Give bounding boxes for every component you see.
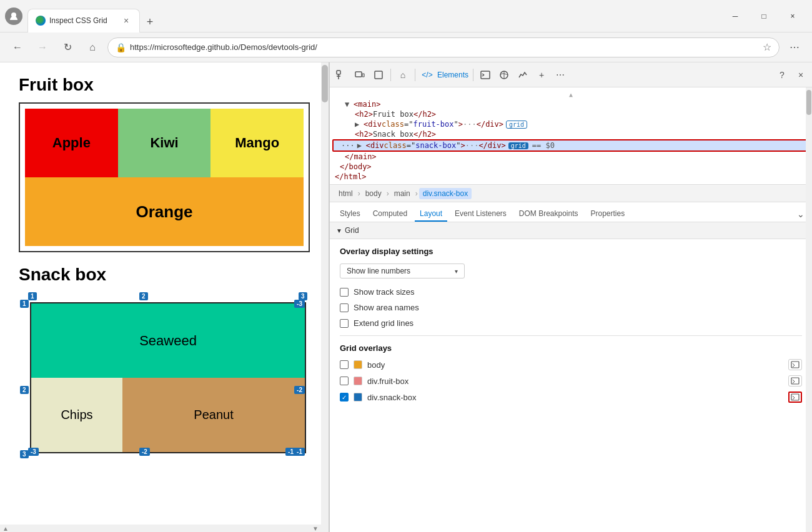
breadcrumb-body[interactable]: body xyxy=(362,188,385,199)
home-button[interactable]: ⌂ xyxy=(82,37,102,57)
show-track-sizes-checkbox[interactable] xyxy=(340,288,349,297)
show-track-sizes-row: Show track sizes xyxy=(340,287,802,297)
extend-grid-lines-checkbox[interactable] xyxy=(340,319,349,328)
show-area-names-checkbox[interactable] xyxy=(340,303,349,312)
breadcrumb-snack-box[interactable]: div.snack-box xyxy=(419,188,472,199)
body-overlay-checkbox[interactable] xyxy=(340,360,349,369)
grid-section-header[interactable]: ▼ Grid xyxy=(330,222,812,239)
navbar: ← → ↻ ⌂ 🔒 https://microsoftedge.github.i… xyxy=(0,32,812,62)
tab-title: Inspect CSS Grid xyxy=(49,16,107,25)
line-numbers-dropdown[interactable]: Show line numbers ▾ xyxy=(340,264,465,278)
more-tools-icon[interactable]: + xyxy=(533,66,550,84)
webpage-panel: Fruit box Apple Kiwi Mango Orange Snack … xyxy=(0,62,329,532)
tab-bar: Inspect CSS Grid × + xyxy=(27,0,160,32)
svg-rect-4 xyxy=(355,72,362,77)
profile-icon[interactable] xyxy=(5,7,22,25)
grid-num-c2-t: 2 xyxy=(139,292,148,300)
tree-line-div-snack[interactable]: ··· ▶ <div class="snack-box"> ··· </div>… xyxy=(334,140,808,150)
address-bar[interactable]: 🔒 https://microsoftedge.github.io/Demos/… xyxy=(107,37,780,57)
tab-styles[interactable]: Styles xyxy=(335,207,365,222)
show-track-sizes-label: Show track sizes xyxy=(354,287,415,297)
elements-label[interactable]: Elements xyxy=(437,71,468,79)
tree-line-html-close[interactable]: </html> xyxy=(330,172,812,182)
panel-tabs-more[interactable]: ⌄ xyxy=(795,207,807,222)
new-tab-button[interactable]: + xyxy=(140,12,160,32)
svg-line-9 xyxy=(482,75,484,76)
grid-num-c1-t: 1 xyxy=(28,292,37,300)
snack-box-grid-badge[interactable]: grid xyxy=(508,142,528,149)
tree-line-main-close[interactable]: </main> xyxy=(330,152,812,162)
chips-cell: Chips xyxy=(31,378,122,452)
inspect-element-icon[interactable] xyxy=(332,66,350,84)
kiwi-cell: Kiwi xyxy=(118,109,211,177)
snack-box-color-swatch[interactable] xyxy=(354,393,362,401)
more-menu-icon[interactable]: ⋯ xyxy=(552,66,569,84)
html-tree: ▲ ▼ <main> <h2>Fruit box</h2> ▶ <div cla… xyxy=(330,87,812,185)
tab-dom-breakpoints[interactable]: DOM Breakpoints xyxy=(514,207,583,222)
snack-box-overlay-checkbox[interactable] xyxy=(340,393,349,401)
tree-line-main[interactable]: ▼ <main> xyxy=(330,99,812,109)
close-window-button[interactable]: × xyxy=(778,0,807,32)
tree-line-body-close[interactable]: </body> xyxy=(330,162,812,172)
extend-grid-lines-label: Extend grid lines xyxy=(354,318,413,328)
tree-line-div-fruit[interactable]: ▶ <div class="fruit-box"> ··· </div> gri… xyxy=(330,119,812,129)
breadcrumb-main[interactable]: main xyxy=(390,188,414,199)
console-icon[interactable] xyxy=(477,66,494,84)
tab-event-listeners[interactable]: Event Listeners xyxy=(450,207,512,222)
section-collapse-icon[interactable]: ▼ xyxy=(336,227,342,234)
tree-arrow-fruit[interactable]: ▶ xyxy=(355,120,364,129)
grid-section-title: Grid xyxy=(345,226,359,235)
tab-close-button[interactable]: × xyxy=(121,15,132,26)
panel-tabs: Styles Computed Layout Event Listeners D… xyxy=(330,202,812,222)
tree-arrow-snack[interactable]: ▶ xyxy=(357,141,366,150)
maximize-button[interactable]: □ xyxy=(750,0,778,32)
toolbar-separator-3 xyxy=(473,69,473,81)
sources-icon[interactable] xyxy=(495,66,513,84)
devtools-scrollbar[interactable] xyxy=(806,87,812,532)
seaweed-cell: Seaweed xyxy=(31,303,305,378)
toolbar-separator-2 xyxy=(415,69,415,81)
fruit-box-show-overlay-button[interactable] xyxy=(788,375,802,387)
body-show-overlay-button[interactable] xyxy=(788,359,802,370)
active-tab[interactable]: Inspect CSS Grid × xyxy=(27,9,140,32)
home-devtools-icon[interactable]: ⌂ xyxy=(394,66,412,84)
performance-icon[interactable] xyxy=(514,66,532,84)
grid-num-r3-l: 3 xyxy=(20,450,29,458)
tab-properties[interactable]: Properties xyxy=(586,207,630,222)
tab-layout[interactable]: Layout xyxy=(415,207,447,222)
close-devtools-icon[interactable]: × xyxy=(792,66,810,84)
body-color-swatch[interactable] xyxy=(354,360,362,369)
fruit-box-grid-badge[interactable]: grid xyxy=(506,121,527,129)
tree-arrow-main[interactable]: ▼ xyxy=(345,100,354,109)
help-icon[interactable]: ? xyxy=(773,66,791,84)
responsive-design-icon[interactable] xyxy=(351,66,369,84)
3d-view-icon[interactable] xyxy=(370,66,387,84)
fruit-box-overlay-checkbox[interactable] xyxy=(340,377,349,385)
fruit-box-color-swatch[interactable] xyxy=(354,377,362,385)
svg-rect-1 xyxy=(337,71,340,74)
snack-box-show-overlay-button[interactable] xyxy=(788,392,802,403)
devtools-panel: ⌂ </> Elements + ⋯ ? × ▲ xyxy=(329,62,812,532)
show-area-names-row: Show area names xyxy=(340,303,802,312)
forward-button[interactable]: → xyxy=(32,37,52,57)
tab-favicon xyxy=(36,16,46,26)
toolbar-separator-1 xyxy=(390,69,391,81)
tree-line-h2-fruit[interactable]: <h2>Fruit box</h2> xyxy=(330,109,812,119)
tree-line-h2-snack[interactable]: <h2>Snack box</h2> xyxy=(330,129,812,139)
body-overlay-label: body xyxy=(367,360,783,370)
snack-box-overlay-row: div.snack-box xyxy=(340,392,802,403)
more-menu-button[interactable]: ⋯ xyxy=(785,37,805,57)
equals-dollar: == $0 xyxy=(532,141,555,150)
back-button[interactable]: ← xyxy=(7,37,27,57)
grid-panel-content: Overlay display settings Show line numbe… xyxy=(330,239,812,415)
body-overlay-row: body xyxy=(340,359,802,370)
minimize-button[interactable]: ─ xyxy=(721,0,750,32)
reload-button[interactable]: ↻ xyxy=(57,37,77,57)
elements-panel-icon[interactable]: </> xyxy=(418,66,436,84)
favorite-icon[interactable]: ☆ xyxy=(763,41,771,53)
peanut-cell: Peanut xyxy=(122,378,305,452)
tab-computed[interactable]: Computed xyxy=(368,207,412,222)
breadcrumb-html[interactable]: html xyxy=(335,188,357,199)
breadcrumb: html › body › main › div.snack-box xyxy=(330,185,812,202)
selected-element-highlight: ··· ▶ <div class="snack-box"> ··· </div>… xyxy=(332,139,810,152)
